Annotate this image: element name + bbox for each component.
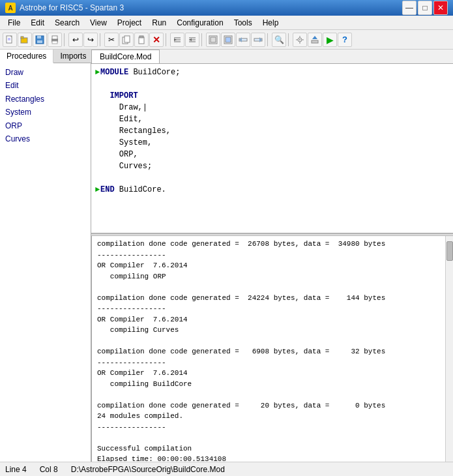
svg-rect-14 [139,36,143,38]
menu-run[interactable]: Run [147,17,171,29]
toolbar-sep-2 [100,33,102,46]
svg-marker-18 [174,38,177,41]
output-line-14: compiling BuildCore [97,379,440,390]
svg-rect-24 [211,37,216,42]
title-bar: A Astrobe for RISC5 - Spartan 3 — □ ✕ [0,0,453,16]
code-line-8: ORP, [95,149,449,160]
indent-button[interactable] [170,33,184,47]
code-line-7: System, [95,137,449,149]
code-line-1: ► MODULE BuildCore; [95,67,449,78]
menu-view[interactable]: View [85,17,112,29]
svg-point-32 [299,39,300,40]
output-line-15 [97,389,440,400]
scroll-thumb[interactable] [446,241,453,261]
title-bar-left: A Astrobe for RISC5 - Spartan 3 [5,3,124,13]
status-bar: Line 4 Col 8 D:\AstrobeFPGA\SourceOrig\B… [0,462,453,476]
unindent-button[interactable] [185,33,199,47]
output-line-1: compilation done code generated = 26708 … [97,239,440,250]
editor-pane[interactable]: ► MODULE BuildCore; IMPORT Draw,| Edit, … [91,64,453,233]
new-button[interactable] [3,33,17,47]
sidebar-item-draw[interactable]: Draw [4,66,87,79]
sidebar-item-curves[interactable]: Curves [4,132,87,145]
status-line: Line 4 [5,465,27,474]
sidebar-procedures-list: Draw Edit Rectangles System ORP Curves [0,63,91,148]
sidebar-tabs: Procedures Imports [0,50,91,63]
menu-tools[interactable]: Tools [229,17,257,29]
title-controls: — □ ✕ [402,1,448,15]
menu-configuration[interactable]: Configuration [171,17,228,29]
output-pane[interactable]: compilation done code generated = 26708 … [91,236,445,462]
window-title: Astrobe for RISC5 - Spartan 3 [20,3,124,12]
sidebar-item-rectangles[interactable]: Rectangles [4,93,87,106]
svg-rect-26 [226,37,231,42]
minimize-button[interactable]: — [402,1,416,15]
svg-rect-4 [21,37,23,38]
sidebar-item-edit[interactable]: Edit [4,79,87,92]
save-button[interactable] [33,33,47,47]
cut-button[interactable]: ✂ [104,33,119,47]
svg-rect-10 [52,41,57,44]
menu-project[interactable]: Project [112,17,147,29]
output-line-3: OR Compiler 7.6.2014 [97,260,440,271]
run-button[interactable]: ▶ [323,33,337,47]
menu-help[interactable]: Help [257,17,284,29]
sidebar-item-orp[interactable]: ORP [4,119,87,132]
toolbar-sep-5 [267,33,270,46]
menu-file[interactable]: File [3,17,25,29]
status-path: D:\AstrobeFPGA\SourceOrig\BuildCore.Mod [71,465,225,474]
paste-button[interactable] [134,33,149,47]
toolbar-sep-1 [64,33,66,46]
sidebar-item-system[interactable]: System [4,106,87,119]
output-line-9: compiling Curves [97,325,440,336]
svg-marker-38 [312,36,317,39]
svg-rect-12 [124,36,130,42]
status-col: Col 8 [40,465,58,474]
search-button[interactable]: 🔍 [272,33,286,47]
toolbar-sep-6 [288,33,291,46]
print-button[interactable] [48,33,62,47]
code-line-9: Curves; [95,160,449,172]
output-line-5 [97,282,440,293]
help-button[interactable]: ? [338,33,352,47]
output-line-12: ---------------- [97,357,440,368]
close-button[interactable]: ✕ [433,1,448,15]
line-marker-1: ► [95,67,100,78]
config-button[interactable] [293,33,307,47]
output-line-20: Successful compilation [97,443,440,454]
output-line-7: ---------------- [97,303,440,314]
menu-search[interactable]: Search [50,17,85,29]
output-line-6: compilation done code generated = 24224 … [97,293,440,304]
output-line-11: compilation done code generated = 6908 b… [97,346,440,357]
upload-button[interactable] [308,33,322,47]
block3-button[interactable] [236,33,250,47]
line-marker-11: ► [95,184,100,196]
open-button[interactable] [18,33,32,47]
copy-button[interactable] [119,33,134,47]
menu-edit[interactable]: Edit [25,17,50,29]
output-line-17: 24 modules compiled. [97,411,440,422]
svg-rect-6 [37,36,41,38]
block2-button[interactable] [221,33,235,47]
output-line-8: OR Compiler 7.6.2014 [97,314,440,325]
output-scrollbar[interactable] [445,236,453,462]
svg-marker-28 [239,37,242,42]
svg-rect-7 [37,40,42,43]
block1-button[interactable] [206,33,220,47]
undo-button[interactable]: ↩ [68,33,83,47]
svg-rect-37 [312,40,318,43]
editor-tabs: BuildCore.Mod [91,50,453,64]
tab-imports[interactable]: Imports [53,50,93,63]
tab-procedures[interactable]: Procedures [0,50,53,63]
output-scroll: compilation done code generated = 26708 … [91,236,453,462]
code-line-2 [95,78,449,90]
app-icon: A [5,3,16,13]
redo-button[interactable]: ↪ [83,33,98,47]
output-line-16: compilation done code generated = 20 byt… [97,400,440,411]
output-line-13: OR Compiler 7.6.2014 [97,368,440,379]
toolbar-sep-3 [166,33,168,46]
editor-tab-buildcore[interactable]: BuildCore.Mod [91,50,160,63]
block4-button[interactable] [251,33,265,47]
code-line-5: Edit, [95,113,449,125]
maximize-button[interactable]: □ [418,1,432,15]
delete-button[interactable]: ✕ [149,33,164,47]
